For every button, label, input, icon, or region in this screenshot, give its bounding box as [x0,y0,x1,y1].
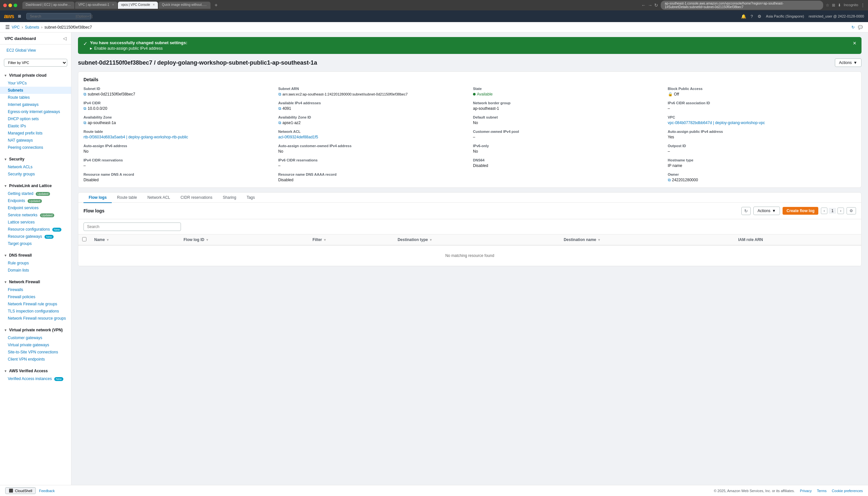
terms-link[interactable]: Terms [817,489,827,493]
feedback-icon[interactable]: 💬 [858,25,863,30]
sidebar-item-security-groups[interactable]: Security groups [0,171,71,178]
sidebar-item-network-acls[interactable]: Network ACLs [0,164,71,171]
cloudshell-button[interactable]: ⬛ CloudShell [5,487,36,494]
browser-tab-4[interactable]: Quick image editing without... × [158,2,211,9]
col-flow-log-id-filter[interactable]: Flow log ID ▼ [184,237,209,242]
sidebar-item-nf-rule-groups[interactable]: Network Firewall rule groups [0,300,71,308]
sidebar-item-your-vpcs[interactable]: Your VPCs [0,80,71,87]
sidebar-item-peering[interactable]: Peering connections [0,144,71,151]
copy-icon-avail[interactable]: ⧉ [278,106,281,111]
question-icon[interactable]: ? [751,14,753,19]
sidebar-item-domain-lists[interactable]: Domain lists [0,267,71,274]
sidebar-item-firewall-policies[interactable]: Firewall policies [0,293,71,300]
sidebar-item-resource-configurations[interactable]: Resource configurations New [0,226,71,233]
col-filter-filter[interactable]: Filter ▼ [312,237,326,242]
region-selector[interactable]: Asia Pacific (Singapore) [766,14,804,18]
sidebar-item-managed-prefix[interactable]: Managed prefix lists [0,129,71,137]
browser-tab-3[interactable]: vpcs | VPC Console × [118,2,158,9]
sidebar-item-endpoints[interactable]: Endpoints Updated [0,197,71,204]
create-flow-log-button[interactable]: Create flow log [782,207,818,215]
sidebar-item-dhcp[interactable]: DHCP option sets [0,115,71,122]
browser-tab-1[interactable]: Dashboard | EC2 | ap-southe... × [22,2,74,9]
forward-button[interactable]: → [648,3,652,8]
route-table-value[interactable]: rtb-0f36034d683a5aeb4 | deploy-golang-wo… [83,135,272,139]
user-menu[interactable]: restricted_user @ 2422-0128-0000 [808,14,864,18]
download-icon[interactable]: ⬇ [838,3,841,7]
copy-icon-azid[interactable]: ⧉ [278,121,281,125]
sidebar-item-getting-started[interactable]: Getting started Updated [0,190,71,197]
copy-icon-az[interactable]: ⧉ [83,121,87,125]
sidebar-item-service-networks[interactable]: Service networks Updated [0,212,71,219]
tab-cidr-reservations[interactable]: CIDR reservations [175,192,218,203]
browser-tab-2[interactable]: VPC | ap-southeast-1 × [75,2,117,9]
copy-icon-ipv4[interactable]: ⧉ [83,106,87,111]
sidebar-item-egress-only[interactable]: Egress-only internet gateways [0,108,71,115]
sidebar-item-target-groups[interactable]: Target groups [0,240,71,247]
breadcrumb-vpc[interactable]: VPC [12,25,20,30]
flow-logs-search-input[interactable] [83,222,181,231]
sidebar-item-site-to-site[interactable]: Site-to-Site VPN connections [0,348,71,356]
cookies-link[interactable]: Cookie preferences [832,489,863,493]
extensions-icon[interactable]: ⊞ [832,3,835,7]
sidebar-toggle[interactable]: ◁ [63,36,66,41]
close-dot[interactable] [3,3,7,7]
network-firewall-section-header[interactable]: ▼ Network Firewall [0,278,71,286]
tab-flow-logs[interactable]: Flow logs [83,192,112,203]
sidebar-item-nat-gateways[interactable]: NAT gateways [0,137,71,144]
copy-icon-subnet[interactable]: ⧉ [83,92,87,96]
sidebar-item-internet-gateways[interactable]: Internet gateways [0,101,71,108]
notifications-icon[interactable]: 🔔 [741,14,746,19]
refresh-button[interactable]: ↻ [654,3,658,8]
new-tab-button[interactable]: + [211,2,220,9]
copy-icon-arn[interactable]: ⧉ [278,92,281,96]
address-bar[interactable]: ap-southeast-1.console.aws.amazon.com/vp… [661,1,823,10]
sidebar-item-rule-groups[interactable]: Rule groups [0,260,71,267]
ec2-global-link[interactable]: EC2 Global View [0,46,71,54]
verified-access-section-header[interactable]: ▼ AWS Verified Access [0,367,71,375]
sidebar-item-route-tables[interactable]: Route tables [0,94,71,101]
services-button[interactable]: ⊞ [18,14,22,18]
menu-icon[interactable]: ⋮ [861,3,865,7]
vpn-section-header[interactable]: ▼ Virtual private network (VPN) [0,326,71,334]
sidebar-item-verified-instances[interactable]: Verified Access instances New [0,375,71,382]
feedback-link[interactable]: Feedback [39,489,55,493]
sidebar-item-nf-resource-groups[interactable]: Network Firewall resource groups [0,315,71,322]
tab-sharing[interactable]: Sharing [218,192,242,203]
sidebar-item-subnets[interactable]: Subnets [0,87,71,94]
settings-icon[interactable]: ⚙ [758,14,761,19]
actions-button[interactable]: Actions ▼ [835,59,862,67]
column-settings-button[interactable]: ⚙ [847,207,856,214]
security-section-header[interactable]: ▼ Security [0,155,71,164]
tab-tags[interactable]: Tags [242,192,260,203]
vpc-section-header[interactable]: ▼ Virtual private cloud [0,71,71,80]
privatelink-section-header[interactable]: ▼ PrivateLink and Lattice [0,182,71,190]
privacy-link[interactable]: Privacy [800,489,812,493]
sidebar-item-tls-inspection[interactable]: TLS inspection configurations [0,308,71,315]
dns-firewall-section-header[interactable]: ▼ DNS firewall [0,251,71,260]
vpc-filter-select[interactable]: Filter by VPC [4,59,67,66]
refresh-icon[interactable]: ↻ [851,25,855,30]
maximize-dot[interactable] [14,3,17,7]
sidebar-item-virtual-private-gateways[interactable]: Virtual private gateways [0,341,71,348]
col-name-filter[interactable]: Name ▼ [94,237,109,242]
refresh-flow-logs-button[interactable]: ↻ [741,207,751,215]
col-dest-name-filter[interactable]: Destination name ▼ [563,237,601,242]
prev-page-button[interactable]: ‹ [821,207,827,214]
tab-route-table[interactable]: Route table [112,192,142,203]
back-button[interactable]: ← [641,3,646,8]
sidebar-item-endpoint-services[interactable]: Endpoint services [0,204,71,212]
sidebar-item-elastic-ips[interactable]: Elastic IPs [0,122,71,129]
next-page-button[interactable]: › [837,207,844,214]
sidebar-item-firewalls[interactable]: Firewalls [0,286,71,293]
select-all-checkbox[interactable] [82,237,87,241]
bookmark-icon[interactable]: ☆ [826,3,830,7]
col-dest-type-filter[interactable]: Destination type ▼ [398,237,432,242]
sidebar-item-resource-gateways[interactable]: Resource gateways New [0,233,71,240]
menu-icon[interactable]: ☰ [5,24,10,30]
breadcrumb-subnets[interactable]: Subnets [25,25,39,30]
success-close-button[interactable]: × [853,40,856,46]
vpc-value[interactable]: vpc-084b07782bdbb647d | deploy-golang-wo… [668,121,856,125]
sidebar-item-client-vpn[interactable]: Client VPN endpoints [0,356,71,363]
minimize-dot[interactable] [9,3,12,7]
copy-icon-owner[interactable]: ⧉ [668,178,671,182]
